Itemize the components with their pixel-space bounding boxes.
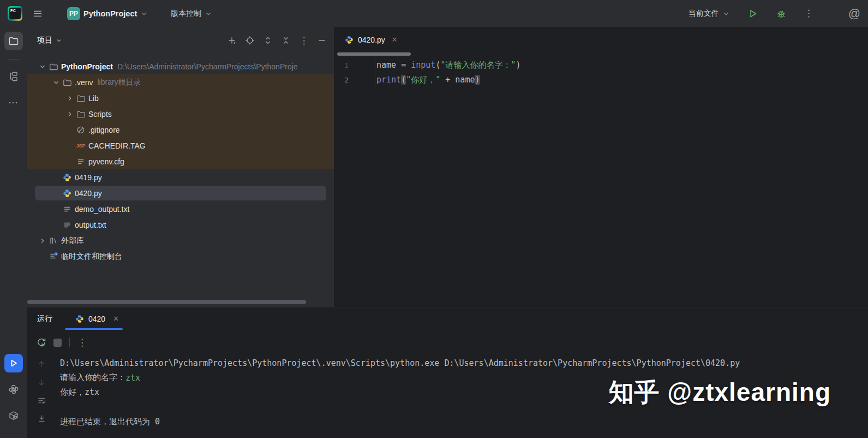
chevron-down-icon <box>205 10 212 17</box>
collapse-all-icon <box>281 35 291 45</box>
panel-options-button[interactable]: ⋮ <box>297 34 310 47</box>
python-file-icon <box>75 315 84 323</box>
python-icon <box>62 173 73 182</box>
chevron-expanded-icon[interactable] <box>51 79 62 86</box>
python-file-icon <box>345 35 354 44</box>
expand-all-button[interactable] <box>261 34 274 47</box>
project-panel: 项目 ⋮ PythonProjectD:\Users\Administrator… <box>27 27 334 307</box>
text-icon <box>62 221 73 229</box>
add-button[interactable] <box>225 34 238 47</box>
tree-item-0420.py[interactable]: 0420.py <box>27 185 334 201</box>
run-tab-label: 0420 <box>88 315 105 323</box>
tree-item-pyvenv.cfg[interactable]: pyvenv.cfg <box>27 153 334 169</box>
zhihu-watermark: 知乎 @ztxlearning <box>609 376 831 410</box>
project-toolwindow-button[interactable] <box>4 32 23 50</box>
tree-item-output.txt[interactable]: output.txt <box>27 217 334 233</box>
rerun-button[interactable] <box>36 337 47 348</box>
chevron-expanded-icon[interactable] <box>37 63 48 70</box>
run-config-label: 当前文件 <box>689 9 719 19</box>
jsp-icon: JSP <box>75 143 86 149</box>
vcs-widget-button[interactable]: 版本控制 <box>166 5 217 22</box>
run-button[interactable] <box>743 5 763 22</box>
rerun-icon <box>36 337 47 348</box>
run-toolwindow-button[interactable] <box>4 354 23 372</box>
run-configuration-selector[interactable]: 当前文件 <box>684 5 734 22</box>
tree-item--[interactable]: 临时文件和控制台 <box>27 248 334 264</box>
chevron-down-icon <box>56 37 62 44</box>
close-tab-icon[interactable]: ✕ <box>392 35 398 44</box>
close-tab-icon[interactable]: ✕ <box>113 315 119 323</box>
editor-tab-0420[interactable]: 0420.py ✕ <box>334 27 405 52</box>
scroll-to-end-button[interactable] <box>37 412 46 425</box>
left-tool-stripe: ⋯ <box>0 27 27 438</box>
hamburger-icon <box>32 8 43 19</box>
hide-panel-button[interactable] <box>315 34 328 47</box>
minimize-icon <box>318 36 326 45</box>
more-actions-button[interactable]: ⋮ <box>800 5 818 21</box>
code-editor[interactable]: 1name = input("请输入你的名字：")2print("你好，" + … <box>334 58 868 307</box>
code-line-1[interactable]: 1name = input("请输入你的名字：") <box>334 58 868 73</box>
editor-tab-scroll-thumb[interactable] <box>337 52 411 56</box>
tree-item-label: Lib <box>88 94 99 103</box>
tree-item-label: .venv <box>75 78 93 87</box>
prev-occurrence-button[interactable] <box>37 358 46 371</box>
tree-item-pythonproject[interactable]: PythonProjectD:\Users\Administrator\Pych… <box>27 58 334 74</box>
tree-item-scripts[interactable]: Scripts <box>27 106 334 122</box>
tree-item-demo-output.txt[interactable]: demo_output.txt <box>27 201 334 217</box>
run-play-icon <box>747 8 758 19</box>
console-line-1: D:\Users\Administrator\PycharmProjects\P… <box>60 356 868 370</box>
python-console-toolwindow-button[interactable] <box>4 380 23 399</box>
arrow-up-icon <box>37 360 46 369</box>
code-line-2[interactable]: 2print("你好，" + name) <box>334 73 868 87</box>
tree-item-cachedir.tag[interactable]: JSPCACHEDIR.TAG <box>27 138 334 153</box>
toolbar-divider <box>69 338 70 347</box>
tree-item-label: 0419.py <box>75 173 102 182</box>
library-icon <box>48 236 59 245</box>
project-tree: PythonProjectD:\Users\Administrator\Pych… <box>27 58 334 264</box>
tree-item-.venv[interactable]: .venvlibrary根目录 <box>27 74 334 90</box>
tree-item-label: output.txt <box>75 221 106 229</box>
run-panel-header: 运行 0420 ✕ <box>27 307 868 330</box>
tree-item-label: 外部库 <box>61 236 84 246</box>
tree-item-annotation: D:\Users\Administrator\PycharmProjects\P… <box>117 62 334 71</box>
hamburger-menu-button[interactable] <box>28 5 47 22</box>
folder-icon <box>48 62 59 71</box>
ai-assistant-icon[interactable]: @ <box>848 7 860 21</box>
editor-tab-label: 0420.py <box>358 35 385 44</box>
chevron-collapsed-icon[interactable] <box>64 94 75 102</box>
toolbar-right: 当前文件 ⋮ @ <box>684 5 860 22</box>
stop-button[interactable] <box>53 339 62 347</box>
debug-button[interactable] <box>771 5 791 22</box>
text-icon <box>75 157 86 166</box>
folder-icon <box>75 94 86 103</box>
stripe-bottom <box>4 354 23 438</box>
tree-item-.gitignore[interactable]: .gitignore <box>27 122 334 138</box>
tree-item-label: demo_output.txt <box>75 205 129 214</box>
chevron-collapsed-icon[interactable] <box>64 110 75 118</box>
run-tab-0420[interactable]: 0420 ✕ <box>71 307 123 330</box>
more-toolwindows-button[interactable]: ⋯ <box>4 93 23 112</box>
collapse-all-button[interactable] <box>279 34 292 47</box>
chevron-collapsed-icon[interactable] <box>37 237 48 245</box>
project-view-selector[interactable]: 项目 <box>37 35 62 45</box>
project-panel-horizontal-scrollbar[interactable] <box>27 300 306 304</box>
scratch-icon <box>48 252 59 261</box>
python-packages-toolwindow-button[interactable] <box>4 406 23 425</box>
soft-wrap-icon <box>37 396 46 405</box>
tree-item-lib[interactable]: Lib <box>27 90 334 106</box>
console-more-options-button[interactable]: ⋮ <box>77 338 87 347</box>
locate-file-button[interactable] <box>243 34 256 47</box>
target-icon <box>245 35 255 45</box>
soft-wrap-button[interactable] <box>37 394 46 407</box>
project-panel-title: 项目 <box>37 35 52 45</box>
stripe-divider <box>8 59 19 60</box>
next-occurrence-button[interactable] <box>37 376 46 389</box>
tree-item--[interactable]: 外部库 <box>27 233 334 248</box>
tree-item-0419.py[interactable]: 0419.py <box>27 169 334 185</box>
project-panel-header: 项目 ⋮ <box>27 27 334 54</box>
console-line-5: 进程已结束，退出代码为 0 <box>60 415 868 429</box>
project-switcher-button[interactable]: PP PythonProject <box>63 4 152 23</box>
scroll-to-end-icon <box>37 414 46 423</box>
structure-icon <box>8 71 19 82</box>
structure-toolwindow-button[interactable] <box>4 67 23 86</box>
